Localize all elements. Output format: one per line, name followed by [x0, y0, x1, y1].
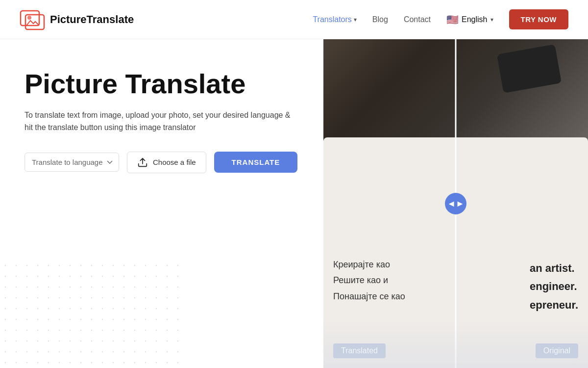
translate-button[interactable]: TRANSLATE [214, 152, 298, 173]
choose-file-label: Choose a file [153, 158, 196, 166]
try-now-button[interactable]: TRY NOW [509, 9, 569, 29]
header: PictureTranslate Translators ▾ Blog Cont… [0, 0, 588, 39]
phone-decoration [497, 44, 562, 93]
bottom-gradient [323, 319, 588, 368]
svg-point-2 [27, 16, 31, 20]
language-dropdown[interactable]: Translate to language Spanish French Ger… [24, 153, 119, 172]
logo-link[interactable]: PictureTranslate [20, 7, 134, 32]
image-compare-panel: Креирајте као Решите као и Понашајте се … [323, 39, 588, 368]
nav-translators[interactable]: Translators ▾ [313, 15, 356, 24]
nav-contact[interactable]: Contact [404, 15, 431, 24]
upload-icon [137, 157, 148, 168]
hero-title: Picture Translate [24, 69, 304, 99]
dot-grid-decoration [0, 260, 186, 368]
controls-area: Translate to language Spanish French Ger… [24, 152, 304, 173]
language-selector[interactable]: 🇺🇸 English ▾ [446, 14, 493, 26]
language-label: English [462, 15, 487, 24]
english-text: an artist. engineer. epreneur. [530, 259, 578, 314]
slider-arrows-icon: ◄► [447, 199, 465, 209]
translators-chevron-icon: ▾ [354, 16, 357, 23]
flag-icon: 🇺🇸 [446, 14, 459, 26]
hero-subtitle: To translate text from image, upload you… [24, 109, 299, 134]
lang-chevron-icon: ▾ [490, 16, 493, 23]
main-nav: Translators ▾ Blog Contact 🇺🇸 English ▾ … [313, 9, 568, 29]
nav-blog[interactable]: Blog [372, 15, 388, 24]
logo-text: PictureTranslate [50, 13, 134, 26]
logo-icon [20, 7, 45, 32]
choose-file-button[interactable]: Choose a file [127, 152, 206, 173]
compare-slider-handle[interactable]: ◄► [445, 193, 466, 214]
cyrillic-text: Креирајте као Решите као и Понашајте се … [333, 257, 405, 304]
left-panel: Picture Translate To translate text from… [0, 39, 323, 368]
main-content: Picture Translate To translate text from… [0, 39, 588, 368]
